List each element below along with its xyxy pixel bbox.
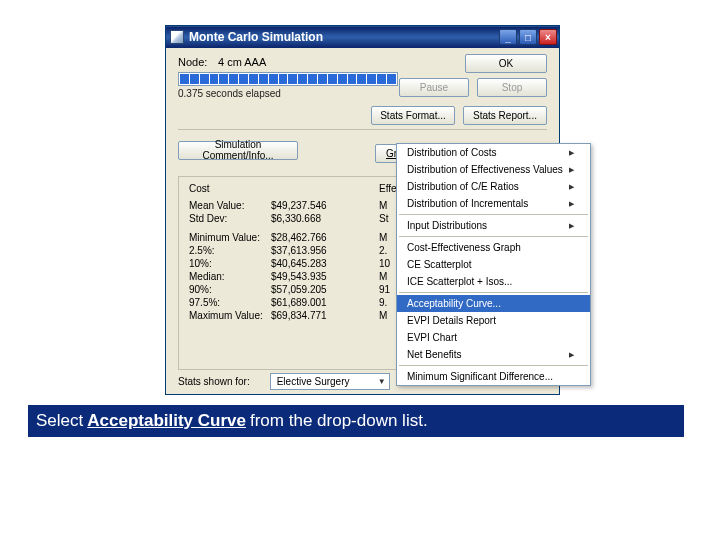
app-icon: [170, 30, 184, 44]
menu-item[interactable]: Distribution of Costs: [397, 144, 590, 161]
menu-item-label: Distribution of Incrementals: [407, 198, 528, 209]
graph-menu: Distribution of CostsDistribution of Eff…: [396, 143, 591, 386]
instruction-emphasis: Acceptability Curve: [83, 411, 250, 431]
stat-value: $57,059.205: [271, 284, 349, 295]
menu-item[interactable]: ICE Scatterplot + Isos...: [397, 273, 590, 290]
instruction-banner: Select Acceptability Curve from the drop…: [28, 405, 684, 437]
stat-value: $28,462.766: [271, 232, 349, 243]
select-value: Elective Surgery: [277, 376, 350, 387]
menu-item-label: CE Scatterplot: [407, 259, 471, 270]
maximize-button[interactable]: □: [519, 29, 537, 45]
stat-value: $49,237.546: [271, 200, 349, 211]
menu-item-label: ICE Scatterplot + Isos...: [407, 276, 512, 287]
stats-shown-for-select[interactable]: Elective Surgery ▼: [270, 373, 390, 390]
stat-key: 90%:: [189, 284, 271, 295]
menu-item-label: Acceptability Curve...: [407, 298, 501, 309]
ok-button[interactable]: OK: [465, 54, 547, 73]
stat-key: Median:: [189, 271, 271, 282]
menu-item[interactable]: Cost-Effectiveness Graph: [397, 239, 590, 256]
stat-value: $69,834.771: [271, 310, 349, 321]
window-controls: _ □ ×: [499, 29, 557, 45]
node-value: 4 cm AAA: [218, 56, 266, 68]
menu-item[interactable]: Distribution of Incrementals: [397, 195, 590, 212]
stat-row: Maximum Value:$69,834.771: [189, 310, 349, 321]
stats-format-button[interactable]: Stats Format...: [371, 106, 455, 125]
stat-value: $61,689.001: [271, 297, 349, 308]
instruction-post: from the drop-down list.: [250, 411, 428, 431]
progress-bar: [178, 72, 398, 86]
stat-row: 90%:$57,059.205: [189, 284, 349, 295]
stat-row: 10%:$40,645.283: [189, 258, 349, 269]
stat-key: 2.5%:: [189, 245, 271, 256]
stats-shown-for-label: Stats shown for:: [178, 376, 250, 387]
stat-key: 97.5%:: [189, 297, 271, 308]
menu-item-label: Cost-Effectiveness Graph: [407, 242, 521, 253]
menu-separator: [399, 365, 588, 366]
stat-row: Minimum Value:$28,462.766: [189, 232, 349, 243]
menu-separator: [399, 214, 588, 215]
stat-row: 97.5%:$61,689.001: [189, 297, 349, 308]
menu-item[interactable]: EVPI Chart: [397, 329, 590, 346]
stat-value: $49,543.935: [271, 271, 349, 282]
stat-row: Std Dev:$6,330.668: [189, 213, 349, 224]
node-label: Node:: [178, 56, 218, 68]
pause-button[interactable]: Pause: [399, 78, 469, 97]
simulation-comment-button[interactable]: Simulation Comment/Info...: [178, 141, 298, 160]
stat-value: $40,645.283: [271, 258, 349, 269]
stat-key: Mean Value:: [189, 200, 271, 211]
stop-button[interactable]: Stop: [477, 78, 547, 97]
stats-buttons-row: Stats Format... Stats Report...: [371, 106, 547, 125]
close-button[interactable]: ×: [539, 29, 557, 45]
menu-item[interactable]: EVPI Details Report: [397, 312, 590, 329]
menu-item-label: Minimum Significant Difference...: [407, 371, 553, 382]
menu-item[interactable]: Minimum Significant Difference...: [397, 368, 590, 385]
menu-separator: [399, 236, 588, 237]
menu-item[interactable]: CE Scatterplot: [397, 256, 590, 273]
chevron-down-icon: ▼: [378, 377, 386, 386]
stat-row: Mean Value:$49,237.546: [189, 200, 349, 211]
stat-key: Std Dev:: [189, 213, 271, 224]
window-title: Monte Carlo Simulation: [189, 30, 499, 44]
stat-value: $37,613.956: [271, 245, 349, 256]
stat-key: 10%:: [189, 258, 271, 269]
menu-item[interactable]: Acceptability Curve...: [397, 295, 590, 312]
stats-report-button[interactable]: Stats Report...: [463, 106, 547, 125]
menu-item-label: Net Benefits: [407, 349, 461, 360]
stat-row: 2.5%:$37,613.956: [189, 245, 349, 256]
pause-stop-row: Pause Stop: [399, 78, 547, 97]
menu-item-label: EVPI Details Report: [407, 315, 496, 326]
stat-key: Minimum Value:: [189, 232, 271, 243]
stat-row: Median:$49,543.935: [189, 271, 349, 282]
menu-separator: [399, 292, 588, 293]
menu-item-label: Distribution of Effectiveness Values: [407, 164, 563, 175]
menu-item-label: Input Distributions: [407, 220, 487, 231]
stat-key: Maximum Value:: [189, 310, 271, 321]
stat-value: $6,330.668: [271, 213, 349, 224]
footer-row: Stats shown for: Elective Surgery ▼: [178, 373, 390, 390]
instruction-pre: Select: [36, 411, 83, 431]
menu-item[interactable]: Net Benefits: [397, 346, 590, 363]
menu-item-label: Distribution of C/E Ratios: [407, 181, 519, 192]
menu-item[interactable]: Input Distributions: [397, 217, 590, 234]
menu-item[interactable]: Distribution of Effectiveness Values: [397, 161, 590, 178]
menu-item[interactable]: Distribution of C/E Ratios: [397, 178, 590, 195]
divider: [178, 129, 547, 130]
cost-title: Cost: [189, 183, 349, 194]
menu-item-label: Distribution of Costs: [407, 147, 496, 158]
minimize-button[interactable]: _: [499, 29, 517, 45]
menu-item-label: EVPI Chart: [407, 332, 457, 343]
titlebar: Monte Carlo Simulation _ □ ×: [166, 26, 559, 48]
cost-column: Cost Mean Value:$49,237.546Std Dev:$6,33…: [189, 183, 349, 323]
